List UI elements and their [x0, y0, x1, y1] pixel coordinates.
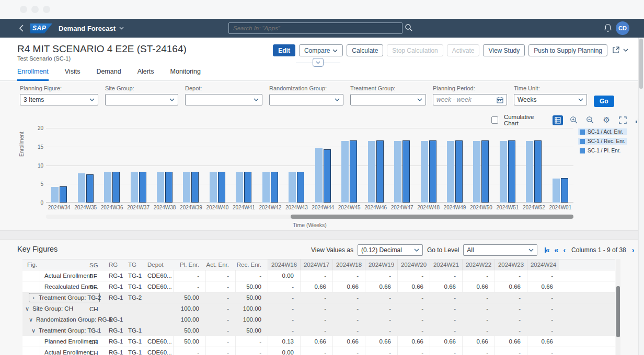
column-header-week[interactable]: 2024W16 — [268, 259, 300, 270]
column-header[interactable]: TG — [124, 259, 143, 270]
column-header[interactable]: Rec. Enr. — [235, 259, 268, 270]
share-icon[interactable] — [612, 46, 620, 54]
action-button-edit[interactable]: Edit — [273, 44, 295, 56]
bar-pl-enr[interactable] — [429, 140, 436, 203]
action-button-push-to-supply-planning[interactable]: Push to Supply Planning — [528, 44, 607, 56]
collapse-chevron-icon[interactable]: ∨ — [24, 305, 31, 312]
bar-rec-enr[interactable] — [210, 172, 217, 203]
filter-select[interactable]: Weeks — [514, 94, 587, 105]
zoom-in-icon[interactable] — [569, 115, 579, 125]
bar-rec-enr[interactable] — [526, 141, 533, 203]
window-control-dot[interactable] — [20, 6, 27, 13]
legend-toggle-icon[interactable] — [553, 115, 563, 125]
filter-select[interactable] — [350, 94, 426, 105]
table-group-row[interactable]: ›Treatment Group: TG-2BERG-1TG-250.00-50… — [22, 292, 615, 303]
bar-pl-enr[interactable] — [561, 178, 568, 203]
table-group-row[interactable]: ∨Randomization Group: RG-1RG-1100.00-100… — [22, 314, 615, 325]
table-row[interactable]: Planned EnrollmentCHRG-1TG-1CDE60...50.0… — [22, 336, 615, 347]
column-header-sg[interactable]: SG — [89, 259, 98, 270]
column-header-week[interactable]: 2024W23 — [494, 259, 527, 270]
zoom-out-icon[interactable] — [585, 115, 595, 125]
tab-visits[interactable]: Visits — [65, 68, 80, 81]
go-to-level-select[interactable]: All — [463, 244, 537, 256]
bar-rec-enr[interactable] — [183, 172, 190, 203]
bar-rec-enr[interactable] — [131, 172, 138, 203]
table-group-row[interactable]: ∨Treatment Group: TG-1CHRG-1TG-150.00-50… — [22, 325, 615, 336]
bar-rec-enr[interactable] — [315, 148, 323, 203]
column-header[interactable]: Depot — [143, 259, 173, 270]
action-button-compare[interactable]: Compare — [299, 44, 343, 56]
tab-monitoring[interactable]: Monitoring — [170, 68, 201, 81]
action-button-activate[interactable]: Activate — [447, 44, 480, 56]
search-input[interactable] — [229, 25, 402, 31]
window-control-dot[interactable] — [31, 6, 39, 13]
column-header-week[interactable]: 2024W18 — [332, 259, 365, 270]
tab-demand[interactable]: Demand — [96, 68, 121, 81]
action-button-view-study[interactable]: View Study — [483, 44, 525, 56]
bar-pl-enr[interactable] — [376, 140, 384, 203]
filter-select[interactable] — [105, 94, 178, 105]
collapse-chevron-icon[interactable]: ∨ — [30, 327, 37, 334]
fullscreen-icon[interactable] — [617, 115, 628, 125]
column-header-week[interactable]: 2024W24 — [527, 259, 559, 270]
bar-pl-enr[interactable] — [244, 172, 251, 203]
previous-page-icon[interactable]: ‹ — [563, 246, 566, 254]
table-row[interactable]: Actual EnrollmentCHRG-1TG-1CDE60...---0.… — [22, 347, 615, 355]
fast-previous-icon[interactable]: « — [555, 246, 559, 254]
bar-pl-enr[interactable] — [534, 140, 542, 203]
bar-pl-enr[interactable] — [324, 149, 331, 203]
user-avatar[interactable]: CD — [616, 21, 629, 35]
bar-pl-enr[interactable] — [86, 174, 94, 203]
legend-item[interactable]: SC-1 / Act. Enr. — [578, 128, 627, 135]
sap-logo[interactable]: SAP — [30, 23, 52, 33]
bar-rec-enr[interactable] — [394, 141, 401, 203]
table-group-row[interactable]: ∨Site Group: CHCH100.00-100.00--------- — [22, 303, 615, 314]
back-button[interactable] — [16, 23, 26, 33]
column-header-week[interactable]: 2024W21 — [430, 259, 462, 270]
page-scrollbar-thumb[interactable] — [639, 39, 643, 89]
bar-rec-enr[interactable] — [368, 141, 375, 203]
column-header-fig[interactable]: Fig.SG — [22, 259, 105, 270]
column-header[interactable]: RG — [105, 259, 124, 270]
legend-item[interactable]: SC-1 / Pl. Enr. — [578, 147, 627, 154]
date-range-input[interactable]: week - week — [433, 94, 507, 105]
filter-select[interactable] — [185, 94, 262, 105]
legend-item[interactable]: SC-1 / Rec. Enr. — [578, 138, 627, 145]
bar-rec-enr[interactable] — [51, 187, 59, 203]
chart-horizontal-scrollbar[interactable] — [46, 215, 573, 219]
column-header[interactable]: Pl. Enr. — [173, 259, 205, 270]
bar-rec-enr[interactable] — [447, 141, 454, 203]
bar-rec-enr[interactable] — [104, 172, 111, 203]
column-header-week[interactable]: 2024W20 — [397, 259, 430, 270]
bar-pl-enr[interactable] — [271, 172, 278, 203]
bar-rec-enr[interactable] — [236, 172, 243, 203]
chart-scrollbar-thumb[interactable] — [291, 215, 573, 219]
bar-rec-enr[interactable] — [473, 141, 480, 203]
bar-pl-enr[interactable] — [350, 140, 357, 203]
tab-enrollment[interactable]: Enrollment — [17, 68, 49, 81]
bar-rec-enr[interactable] — [421, 141, 428, 203]
search-icon[interactable] — [405, 23, 413, 32]
notifications-bell-icon[interactable] — [604, 23, 612, 32]
column-header-week[interactable]: 2024W19 — [365, 259, 397, 270]
bar-pl-enr[interactable] — [297, 172, 304, 203]
tab-alerts[interactable]: Alerts — [137, 68, 154, 81]
header-overflow-chevron-icon[interactable] — [623, 49, 628, 52]
filter-select[interactable] — [269, 94, 343, 105]
bar-rec-enr[interactable] — [262, 172, 270, 203]
product-switcher[interactable]: Demand Forecast — [59, 19, 124, 38]
bar-rec-enr[interactable] — [157, 172, 164, 203]
action-button-stop-calculation[interactable]: Stop Calculation — [387, 44, 443, 56]
bar-pl-enr[interactable] — [60, 186, 67, 203]
window-control-dot[interactable] — [43, 6, 50, 13]
bar-pl-enr[interactable] — [508, 140, 515, 203]
bar-pl-enr[interactable] — [402, 140, 410, 203]
bar-rec-enr[interactable] — [553, 179, 560, 203]
settings-gear-icon[interactable]: ⚙ — [601, 115, 612, 125]
column-header-week[interactable]: 2024W22 — [462, 259, 494, 270]
column-header-week[interactable]: 2024W17 — [300, 259, 332, 270]
bar-pl-enr[interactable] — [481, 140, 489, 203]
bar-pl-enr[interactable] — [112, 172, 120, 203]
column-header[interactable]: Act. Enr. — [205, 259, 235, 270]
bar-pl-enr[interactable] — [455, 140, 463, 203]
